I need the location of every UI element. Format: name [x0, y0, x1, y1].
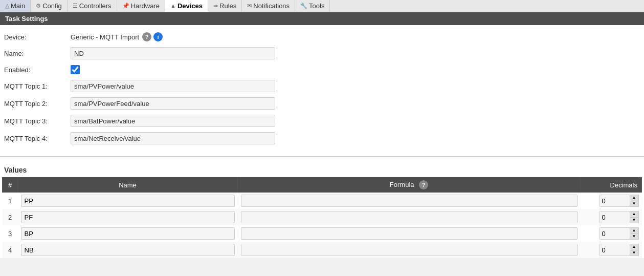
task-settings-header: Task Settings [0, 12, 644, 25]
row-name-input[interactable] [21, 211, 235, 223]
name-label: Name: [4, 50, 71, 57]
table-row: 1 ▲ ▼ [3, 193, 642, 209]
controllers-icon: ☰ [73, 3, 78, 9]
row-name-input[interactable] [21, 244, 235, 256]
spinner-up-button[interactable]: ▲ [630, 211, 638, 218]
name-input[interactable] [71, 47, 275, 59]
enabled-label: Enabled: [4, 66, 71, 74]
nav-notifications[interactable]: ✉ Notifications [242, 0, 295, 12]
row-name-cell [18, 242, 238, 258]
device-help-icon[interactable]: ? [142, 32, 151, 41]
name-row: Name: [2, 45, 642, 62]
row-num: 3 [3, 225, 18, 242]
mqtt3-row: MQTT Topic 3: [2, 112, 642, 130]
row-name-cell [18, 225, 238, 242]
mqtt1-input[interactable] [71, 80, 275, 92]
row-name-input[interactable] [21, 195, 235, 207]
row-decimals-cell: ▲ ▼ [581, 225, 642, 242]
hardware-icon: 📌 [122, 3, 129, 9]
row-name-cell [18, 193, 238, 209]
row-num: 1 [3, 193, 18, 209]
table-header-row: # Name Formula ? Decimals [3, 178, 642, 193]
row-formula-input[interactable] [241, 244, 578, 256]
values-title: Values [2, 162, 642, 177]
mqtt4-row: MQTT Topic 4: [2, 130, 642, 147]
nav-devices[interactable]: ▲ Devices [165, 0, 208, 12]
enabled-checkbox[interactable] [71, 65, 80, 74]
device-info-icon[interactable]: i [153, 32, 163, 41]
row-decimals-input[interactable] [599, 195, 630, 207]
nav-hardware[interactable]: 📌 Hardware [117, 0, 165, 12]
enabled-row: Enabled: [2, 62, 642, 77]
spinner-up-button[interactable]: ▲ [630, 228, 638, 234]
col-header-decimals: Decimals [581, 178, 642, 193]
task-settings-form: Device: Generic - MQTT Import ? i Name: … [0, 25, 644, 151]
row-formula-cell [238, 193, 581, 209]
col-header-num: # [3, 178, 18, 193]
tools-icon: 🔧 [300, 3, 307, 9]
row-formula-cell [238, 225, 581, 242]
rules-icon: ⇒ [213, 3, 218, 9]
nav-rules[interactable]: ⇒ Rules [208, 0, 242, 12]
spinner-up-button[interactable]: ▲ [630, 195, 638, 201]
device-row: Device: Generic - MQTT Import ? i [2, 29, 642, 45]
table-row: 3 ▲ ▼ [3, 225, 642, 242]
row-num: 4 [3, 242, 18, 258]
row-decimals-input[interactable] [599, 244, 630, 256]
nav-config[interactable]: ⚙ Config [31, 0, 68, 12]
spinner-buttons: ▲ ▼ [630, 195, 639, 207]
config-icon: ⚙ [36, 3, 41, 9]
row-num: 2 [3, 209, 18, 225]
spinner-down-button[interactable]: ▼ [630, 201, 638, 207]
mqtt3-input[interactable] [71, 115, 275, 127]
spinner-down-button[interactable]: ▼ [630, 250, 638, 256]
nav-tools[interactable]: 🔧 Tools [295, 0, 330, 12]
table-row: 4 ▲ ▼ [3, 242, 642, 258]
col-header-name: Name [18, 178, 238, 193]
table-row: 2 ▲ ▼ [3, 209, 642, 225]
spinner-buttons: ▲ ▼ [630, 211, 639, 223]
values-table: # Name Formula ? Decimals 1 [2, 177, 642, 258]
row-decimals-cell: ▲ ▼ [581, 209, 642, 225]
row-formula-cell [238, 209, 581, 225]
row-decimals-input[interactable] [599, 227, 630, 240]
spinner-buttons: ▲ ▼ [630, 244, 639, 256]
row-decimals-input[interactable] [599, 211, 630, 223]
main-icon: △ [5, 3, 9, 9]
row-decimals-cell: ▲ ▼ [581, 242, 642, 258]
row-formula-input[interactable] [241, 195, 578, 207]
spinner-down-button[interactable]: ▼ [630, 234, 638, 240]
mqtt4-label: MQTT Topic 4: [4, 135, 71, 142]
spinner-down-button[interactable]: ▼ [630, 218, 638, 223]
row-formula-cell [238, 242, 581, 258]
mqtt1-label: MQTT Topic 1: [4, 82, 71, 90]
spinner-buttons: ▲ ▼ [630, 227, 639, 240]
section-divider [0, 156, 644, 157]
row-formula-input[interactable] [241, 227, 578, 240]
mqtt4-input[interactable] [71, 132, 275, 144]
row-decimals-cell: ▲ ▼ [581, 193, 642, 209]
mqtt1-row: MQTT Topic 1: [2, 77, 642, 95]
devices-icon: ▲ [170, 3, 176, 9]
nav-main[interactable]: △ Main [0, 0, 31, 12]
mqtt2-label: MQTT Topic 2: [4, 100, 71, 108]
device-value: Generic - MQTT Import [71, 33, 139, 41]
values-section: Values # Name Formula ? Decimals 1 [0, 162, 644, 258]
row-name-input[interactable] [21, 227, 235, 240]
content-area: Task Settings Device: Generic - MQTT Imp… [0, 12, 644, 258]
row-name-cell [18, 209, 238, 225]
spinner-up-button[interactable]: ▲ [630, 244, 638, 250]
notifications-icon: ✉ [247, 3, 252, 9]
mqtt2-row: MQTT Topic 2: [2, 95, 642, 112]
formula-help-icon[interactable]: ? [419, 180, 428, 189]
nav-controllers[interactable]: ☰ Controllers [68, 0, 117, 12]
col-header-formula: Formula ? [238, 178, 581, 193]
navbar: △ Main ⚙ Config ☰ Controllers 📌 Hardware… [0, 0, 644, 12]
row-formula-input[interactable] [241, 211, 578, 223]
device-label: Device: [4, 33, 71, 41]
mqtt3-label: MQTT Topic 3: [4, 117, 71, 125]
mqtt2-input[interactable] [71, 97, 275, 110]
